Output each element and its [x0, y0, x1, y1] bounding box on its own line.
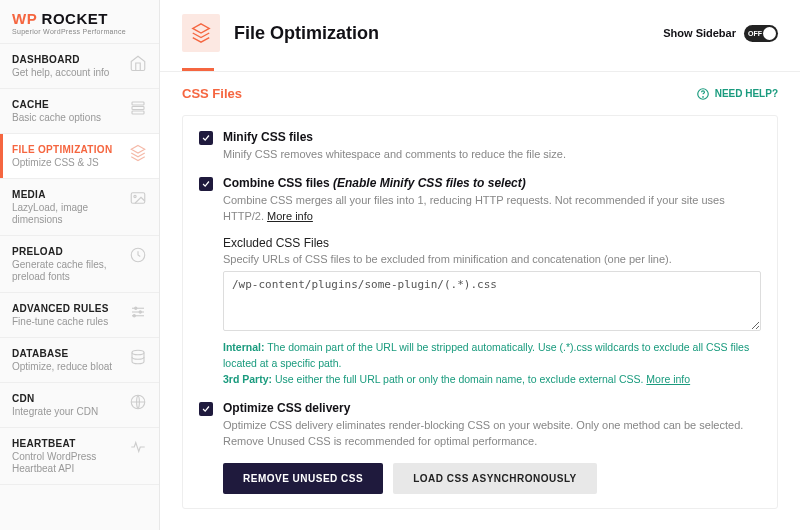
- combine-css-checkbox[interactable]: [199, 177, 213, 191]
- load-css-async-button[interactable]: LOAD CSS ASYNCHRONOUSLY: [393, 463, 597, 494]
- svg-point-4: [134, 195, 136, 197]
- optimize-delivery-desc: Optimize CSS delivery eliminates render-…: [223, 418, 761, 449]
- excluded-css-label: Excluded CSS Files: [223, 236, 761, 250]
- page-title: File Optimization: [234, 23, 663, 44]
- excluded-more-info-link[interactable]: More info: [646, 373, 690, 385]
- toggle-off-icon[interactable]: OFF: [744, 25, 778, 42]
- clock-icon: [129, 246, 147, 264]
- sidebar-item-cache[interactable]: CACHEBasic cache options: [0, 89, 159, 134]
- minify-css-desc: Minify CSS removes whitespace and commen…: [223, 147, 761, 162]
- sidebar-item-advanced-rules[interactable]: ADVANCED RULESFine-tune cache rules: [0, 293, 159, 338]
- header-icon-box: [182, 14, 220, 52]
- minify-css-checkbox[interactable]: [199, 131, 213, 145]
- excluded-css-textarea[interactable]: /wp-content/plugins/some-plugin/(.*).css: [223, 271, 761, 331]
- remove-unused-css-button[interactable]: REMOVE UNUSED CSS: [223, 463, 383, 494]
- sidebar-item-heartbeat[interactable]: HEARTBEATControl WordPress Heartbeat API: [0, 428, 159, 485]
- svg-point-10: [139, 311, 141, 313]
- option-optimize-delivery: Optimize CSS delivery Optimize CSS deliv…: [199, 401, 761, 494]
- svg-point-11: [133, 315, 135, 317]
- content: CSS Files NEED HELP? Minify CSS files Mi…: [160, 72, 800, 530]
- stack-icon: [190, 22, 212, 44]
- sliders-icon: [129, 303, 147, 321]
- css-options-panel: Minify CSS files Minify CSS removes whit…: [182, 115, 778, 509]
- brand-logo: WP ROCKET Superior WordPress Performance: [0, 0, 159, 44]
- optimize-delivery-checkbox[interactable]: [199, 402, 213, 416]
- show-sidebar-toggle[interactable]: Show Sidebar OFF: [663, 25, 778, 42]
- nav: DASHBOARDGet help, account info CACHEBas…: [0, 44, 159, 530]
- database-icon: [129, 348, 147, 366]
- svg-point-12: [132, 350, 144, 355]
- optimize-delivery-label: Optimize CSS delivery: [223, 401, 761, 415]
- sidebar-item-preload[interactable]: PRELOADGenerate cache files, preload fon…: [0, 236, 159, 293]
- svg-rect-0: [132, 102, 144, 105]
- option-minify-css: Minify CSS files Minify CSS removes whit…: [199, 130, 761, 162]
- heartbeat-icon: [129, 438, 147, 456]
- layers-icon: [129, 99, 147, 117]
- page-header: File Optimization Show Sidebar OFF: [160, 0, 800, 52]
- excluded-css-help: Specify URLs of CSS files to be excluded…: [223, 253, 761, 265]
- help-icon: [696, 87, 710, 101]
- svg-point-15: [702, 96, 703, 97]
- combine-more-info-link[interactable]: More info: [267, 210, 313, 222]
- sidebar-item-file-optimization[interactable]: FILE OPTIMIZATIONOptimize CSS & JS: [0, 134, 159, 179]
- sidebar-item-dashboard[interactable]: DASHBOARDGet help, account info: [0, 44, 159, 89]
- brand-tagline: Superior WordPress Performance: [12, 28, 147, 35]
- sidebar: WP ROCKET Superior WordPress Performance…: [0, 0, 160, 530]
- svg-rect-1: [132, 107, 144, 110]
- svg-rect-2: [132, 111, 144, 114]
- sidebar-item-cdn[interactable]: CDNIntegrate your CDN: [0, 383, 159, 428]
- combine-css-desc: Combine CSS merges all your files into 1…: [223, 193, 761, 224]
- section-title: CSS Files: [182, 86, 242, 101]
- minify-css-label: Minify CSS files: [223, 130, 761, 144]
- home-icon: [129, 54, 147, 72]
- globe-icon: [129, 393, 147, 411]
- sidebar-item-database[interactable]: DATABASEOptimize, reduce bloat: [0, 338, 159, 383]
- image-icon: [129, 189, 147, 207]
- svg-point-9: [135, 307, 137, 309]
- option-combine-css: Combine CSS files (Enable Minify CSS fil…: [199, 176, 761, 387]
- need-help-link[interactable]: NEED HELP?: [696, 87, 778, 101]
- stack-icon: [129, 144, 147, 162]
- excluded-css-hint: Internal: The domain part of the URL wil…: [223, 340, 761, 387]
- main: File Optimization Show Sidebar OFF CSS F…: [160, 0, 800, 530]
- svg-rect-3: [131, 193, 145, 204]
- sidebar-item-media[interactable]: MEDIALazyLoad, image dimensions: [0, 179, 159, 236]
- combine-css-label: Combine CSS files (Enable Minify CSS fil…: [223, 176, 761, 190]
